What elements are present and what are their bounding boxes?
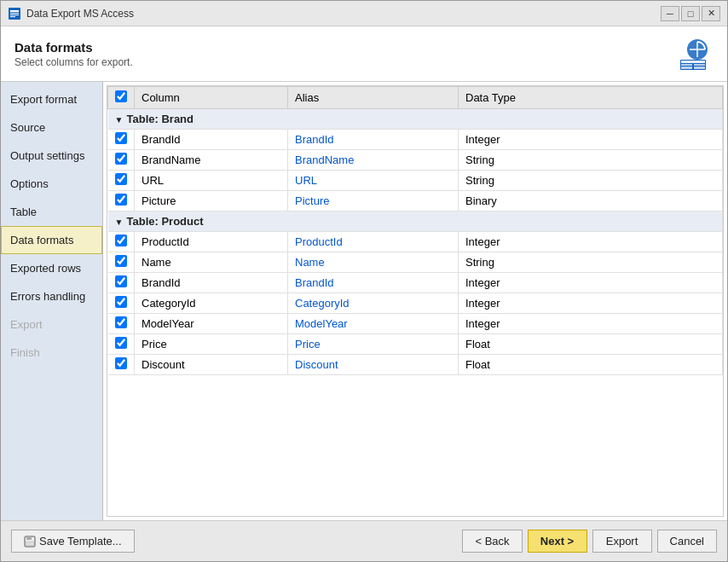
row-checkbox[interactable] — [115, 357, 127, 369]
close-button[interactable]: ✕ — [702, 6, 720, 21]
row-checkbox[interactable] — [115, 132, 127, 144]
sidebar-item-export: Export — [1, 310, 102, 339]
table-row: CategoryIdCategoryIdInteger — [108, 293, 723, 314]
sidebar-item-finish: Finish — [1, 339, 102, 367]
row-alias: Discount — [288, 355, 459, 375]
row-checkbox-cell[interactable] — [108, 273, 135, 293]
table-row: PricePriceFloat — [108, 334, 723, 355]
row-column-name: Picture — [135, 191, 288, 211]
svg-rect-9 — [694, 64, 705, 66]
save-template-button[interactable]: Save Template... — [11, 530, 135, 553]
group-header-row[interactable]: ▼Table: Product — [108, 211, 723, 232]
page-title: Data formats — [14, 40, 133, 55]
sidebar-item-export-format[interactable]: Export format — [1, 85, 102, 113]
header-logo — [673, 37, 714, 71]
row-checkbox-cell[interactable] — [108, 130, 135, 150]
row-column-name: BrandName — [135, 150, 288, 171]
select-all-checkbox[interactable] — [115, 90, 127, 102]
group-header-row[interactable]: ▼Table: Brand — [108, 109, 723, 130]
next-button[interactable]: Next > — [528, 530, 587, 553]
row-datatype: Float — [459, 355, 723, 375]
row-datatype: Binary — [459, 191, 723, 211]
table-row: ModelYearModelYearInteger — [108, 314, 723, 334]
svg-rect-1 — [10, 10, 19, 12]
sidebar-item-data-formats[interactable]: Data formats — [1, 226, 102, 254]
header-alias: Alias — [288, 87, 459, 109]
row-checkbox[interactable] — [115, 316, 127, 328]
row-checkbox-cell[interactable] — [108, 232, 135, 252]
row-checkbox-cell[interactable] — [108, 314, 135, 334]
svg-rect-13 — [26, 536, 32, 540]
row-datatype: Integer — [459, 232, 723, 252]
header-column: Column — [135, 87, 288, 109]
svg-rect-10 — [681, 67, 692, 69]
row-datatype: String — [459, 150, 723, 171]
row-column-name: CategoryId — [135, 293, 288, 314]
row-datatype: Integer — [459, 130, 723, 150]
svg-rect-8 — [681, 64, 692, 66]
row-column-name: Price — [135, 334, 288, 355]
row-checkbox-cell[interactable] — [108, 334, 135, 355]
row-checkbox[interactable] — [115, 337, 127, 349]
row-column-name: URL — [135, 171, 288, 191]
cancel-button[interactable]: Cancel — [657, 530, 717, 553]
row-checkbox-cell[interactable] — [108, 293, 135, 314]
row-checkbox-cell[interactable] — [108, 150, 135, 171]
sidebar-item-options[interactable]: Options — [1, 170, 102, 198]
svg-rect-14 — [26, 542, 34, 546]
table-row: ProductIdProductIdInteger — [108, 232, 723, 252]
back-button[interactable]: < Back — [462, 530, 522, 553]
svg-rect-7 — [681, 61, 705, 63]
sidebar-item-exported-rows[interactable]: Exported rows — [1, 254, 102, 282]
row-alias: BrandId — [288, 130, 459, 150]
row-checkbox-cell[interactable] — [108, 355, 135, 375]
row-datatype: String — [459, 171, 723, 191]
table-row: URLURLString — [108, 171, 723, 191]
row-alias: URL — [288, 171, 459, 191]
maximize-button[interactable]: □ — [681, 6, 700, 21]
footer-right: < Back Next > Export Cancel — [462, 530, 717, 553]
data-table-area[interactable]: Column Alias Data Type ▼Table: BrandBran… — [107, 85, 724, 517]
sidebar-item-errors-handling[interactable]: Errors handling — [1, 282, 102, 310]
header-datatype: Data Type — [459, 87, 723, 109]
row-checkbox[interactable] — [115, 235, 127, 246]
row-alias: ProductId — [288, 232, 459, 252]
row-column-name: Name — [135, 252, 288, 273]
sidebar-item-table[interactable]: Table — [1, 198, 102, 226]
row-datatype: Integer — [459, 273, 723, 293]
row-checkbox-cell[interactable] — [108, 171, 135, 191]
sidebar: Export formatSourceOutput settingsOption… — [1, 82, 103, 520]
minimize-button[interactable]: ─ — [661, 6, 679, 21]
row-column-name: BrandId — [135, 273, 288, 293]
title-bar-controls: ─ □ ✕ — [661, 6, 720, 21]
row-alias: Name — [288, 252, 459, 273]
table-row: NameNameString — [108, 252, 723, 273]
row-checkbox[interactable] — [115, 194, 127, 206]
row-alias: Price — [288, 334, 459, 355]
table-row: BrandIdBrandIdInteger — [108, 130, 723, 150]
row-checkbox[interactable] — [115, 173, 127, 185]
table-row: BrandNameBrandNameString — [108, 150, 723, 171]
svg-rect-11 — [694, 67, 705, 69]
row-checkbox-cell[interactable] — [108, 191, 135, 211]
row-datatype: String — [459, 252, 723, 273]
app-icon — [8, 7, 21, 20]
sidebar-item-source[interactable]: Source — [1, 113, 102, 142]
export-button[interactable]: Export — [592, 530, 652, 553]
main-content: Column Alias Data Type ▼Table: BrandBran… — [103, 82, 727, 520]
sidebar-item-output-settings[interactable]: Output settings — [1, 142, 102, 170]
row-column-name: ProductId — [135, 232, 288, 252]
main-window: Data Export MS Access ─ □ ✕ Data formats… — [0, 0, 728, 562]
row-checkbox[interactable] — [115, 275, 127, 287]
svg-rect-4 — [10, 16, 15, 17]
header-text: Data formats Select columns for export. — [14, 40, 133, 68]
columns-table: Column Alias Data Type ▼Table: BrandBran… — [107, 86, 723, 375]
row-checkbox[interactable] — [115, 296, 127, 308]
row-alias: ModelYear — [288, 314, 459, 334]
row-column-name: Discount — [135, 355, 288, 375]
header-checkbox-col — [108, 87, 135, 109]
row-checkbox[interactable] — [115, 153, 127, 165]
row-alias: Picture — [288, 191, 459, 211]
row-checkbox[interactable] — [115, 255, 127, 267]
row-checkbox-cell[interactable] — [108, 252, 135, 273]
